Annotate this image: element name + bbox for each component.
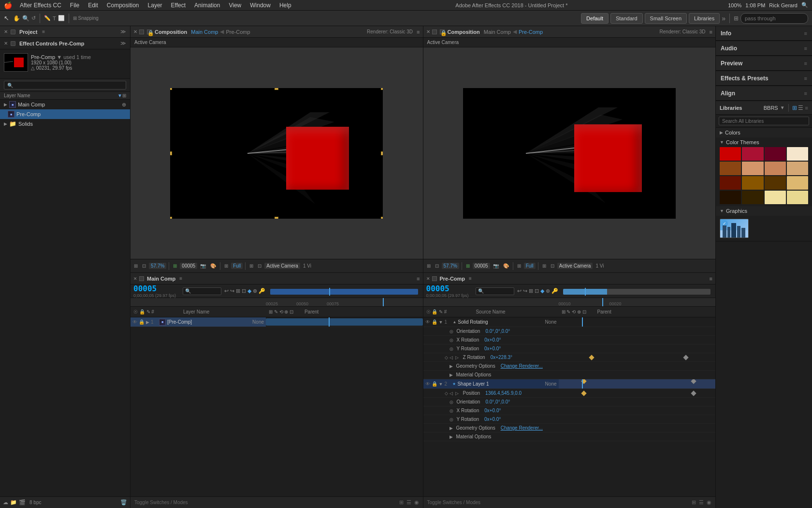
menu-item-help[interactable]: Help bbox=[276, 1, 295, 10]
workspace-standard[interactable]: Standard bbox=[610, 13, 643, 24]
rp-graphics-thumb[interactable]: ✓ bbox=[720, 219, 749, 238]
viewer-main-menu[interactable]: ≡ bbox=[417, 29, 420, 35]
tl-pre-icon-3[interactable]: ⊞ bbox=[529, 288, 533, 294]
swatch-2-4[interactable] bbox=[787, 162, 808, 175]
select-tool[interactable]: ↖ bbox=[4, 15, 9, 22]
swatch-2-1[interactable] bbox=[720, 162, 741, 175]
pre-l2-eye[interactable]: 👁 bbox=[425, 381, 430, 387]
menu-item-ae[interactable]: After Effects CC bbox=[16, 1, 65, 10]
handle-tr-main[interactable] bbox=[381, 88, 383, 90]
swatch-4-1[interactable] bbox=[720, 191, 741, 204]
handle-tm-main[interactable] bbox=[275, 88, 278, 90]
l2-keyframe-2[interactable] bbox=[691, 379, 696, 384]
tl-pre-icon-5[interactable]: ◆ bbox=[540, 288, 544, 294]
project-item-precomp[interactable]: ■ Pre-Comp bbox=[0, 109, 130, 119]
sort-arrow[interactable]: ▼ bbox=[117, 93, 122, 98]
new-folder-icon[interactable]: 📁 bbox=[10, 499, 17, 506]
rp-lib-arrow[interactable]: ▼ bbox=[780, 105, 785, 110]
grid-view-icon[interactable]: ⊞ bbox=[734, 15, 739, 22]
pre-l2-orient-icon[interactable]: ◎ bbox=[425, 400, 453, 404]
rp-audio-menu[interactable]: ≡ bbox=[804, 45, 807, 51]
expand-arrow-maincomp[interactable]: ▶ bbox=[4, 102, 7, 107]
vc-pre-camera-sel[interactable]: Active Camera bbox=[557, 263, 593, 269]
tl-main-icon-3[interactable]: ⊞ bbox=[236, 288, 240, 294]
tl-pre-playhead[interactable] bbox=[602, 298, 603, 306]
vc-pre-res-icon[interactable]: ⊡ bbox=[549, 263, 556, 269]
tl-main-icon-7[interactable]: 🔑 bbox=[259, 288, 265, 294]
handle-ml-main[interactable] bbox=[170, 151, 172, 155]
pre-l2-change-renderer[interactable]: Change Renderer... bbox=[501, 425, 543, 431]
tl-pre-bottom-icon-2[interactable]: ☰ bbox=[699, 499, 704, 506]
layer-1-eye[interactable]: 👁 bbox=[132, 319, 137, 325]
rp-graphics-header[interactable]: ▼ Graphics bbox=[716, 206, 812, 216]
pre-l2-mat-arrow[interactable]: ▶ bbox=[425, 434, 453, 439]
rp-preview-menu[interactable]: ≡ bbox=[804, 60, 807, 66]
tl-main-bottom-icon-1[interactable]: ⊞ bbox=[399, 499, 404, 506]
pre-l1-zrot-arrow-l[interactable]: ◁ bbox=[450, 355, 453, 360]
swatch-2-2[interactable] bbox=[742, 162, 763, 175]
tl-main-bottom-icon-3[interactable]: ◉ bbox=[414, 499, 419, 506]
viewer-pre-menu[interactable]: ≡ bbox=[710, 29, 712, 35]
project-close[interactable]: ✕ bbox=[4, 29, 8, 34]
pre-l2-yrot-icon[interactable]: ◎ bbox=[425, 417, 453, 422]
vc-main-camera-sel[interactable]: Active Camera bbox=[264, 263, 300, 269]
rp-lib-search-input[interactable] bbox=[719, 117, 809, 125]
vc-pre-views[interactable]: 1 Vi bbox=[594, 263, 605, 269]
shape-tool[interactable]: ⬜ bbox=[58, 15, 65, 21]
tl-main-playhead[interactable] bbox=[383, 298, 384, 306]
rp-lib-grid-icon[interactable]: ⊞ bbox=[792, 105, 797, 111]
swatch-1-2[interactable] bbox=[742, 147, 763, 161]
pre-l2-pos-arrow-r[interactable]: ▷ bbox=[455, 391, 459, 396]
tl-main-icon-5[interactable]: ◆ bbox=[247, 288, 251, 294]
pre-l2-lock[interactable]: 🔒 bbox=[432, 381, 437, 387]
tl-pre-icon-6[interactable]: ⊕ bbox=[546, 288, 550, 294]
vc-main-views[interactable]: 1 Vi bbox=[302, 263, 313, 269]
vc-main-frame-btn[interactable]: ⊞ bbox=[172, 263, 178, 269]
tl-pre-search[interactable] bbox=[476, 287, 514, 295]
pre-l1-mat-arrow[interactable]: ▶ bbox=[425, 373, 453, 377]
search-input[interactable] bbox=[740, 13, 808, 24]
project-panel-menu[interactable]: ≫ bbox=[120, 29, 126, 35]
expand-arrow-solids[interactable]: ▶ bbox=[4, 121, 7, 126]
pre-l1-lock[interactable]: 🔒 bbox=[432, 319, 437, 325]
viewer-main-lock[interactable]: ✕ bbox=[133, 29, 137, 34]
workspace-default[interactable]: Default bbox=[581, 13, 609, 24]
ec-close[interactable]: ✕ bbox=[4, 41, 8, 46]
viewer-main-canvas[interactable] bbox=[130, 47, 423, 259]
pre-l1-xrot-icon[interactable]: ◎ bbox=[425, 338, 453, 343]
swatch-1-4[interactable] bbox=[787, 147, 808, 161]
pos-keyframe-2[interactable] bbox=[691, 390, 696, 396]
vc-pre-left-icons[interactable]: ⊞ bbox=[425, 263, 432, 269]
tl-main-menu[interactable]: ≡ bbox=[417, 276, 420, 282]
delete-icon[interactable]: 🗑️ bbox=[120, 499, 127, 506]
vc-pre-color-icon[interactable]: 🎨 bbox=[502, 263, 510, 269]
viewer-main-tab-maincomp[interactable]: Main Comp bbox=[191, 29, 218, 35]
project-search-input[interactable] bbox=[4, 81, 126, 90]
vc-pre-camera-icon[interactable]: 📷 bbox=[492, 263, 500, 269]
vc-pre-quality-val[interactable]: Full bbox=[524, 263, 536, 269]
zrot-keyframe-2[interactable] bbox=[683, 355, 688, 360]
tl-pre-icon-4[interactable]: ⊡ bbox=[535, 288, 539, 294]
viewer-main-tab-precomp[interactable]: Pre-Comp bbox=[226, 29, 250, 35]
tl-pre-timecode[interactable]: 00005 bbox=[426, 284, 469, 293]
viewer-pre-tab-precomp[interactable]: Pre-Comp bbox=[519, 29, 543, 35]
project-item-solids[interactable]: ▶ 📁 Solids bbox=[0, 119, 130, 129]
pre-l1-orient-icon[interactable]: ◎ bbox=[425, 329, 453, 334]
tl-main-layer-1-left[interactable]: 👁 🔒 ▶ 1 ■ [Pre-Comp] None bbox=[130, 317, 266, 327]
pre-l2-geom-arrow[interactable]: ▶ bbox=[425, 426, 453, 431]
menu-item-file[interactable]: File bbox=[66, 1, 83, 10]
menu-item-view[interactable]: View bbox=[225, 1, 245, 10]
pre-l1-geom-arrow[interactable]: ▶ bbox=[425, 364, 453, 369]
tl-pre-icon-2[interactable]: ↪ bbox=[523, 288, 527, 294]
vc-main-zoom[interactable]: 57.7% bbox=[149, 263, 166, 269]
text-tool[interactable]: T bbox=[53, 15, 56, 21]
swatch-4-3[interactable] bbox=[765, 191, 786, 204]
tl-pre-icon-7[interactable]: 🔑 bbox=[551, 288, 558, 294]
project-list-icons[interactable]: ⊞ bbox=[122, 93, 126, 98]
handle-mr-main[interactable] bbox=[381, 151, 383, 155]
pre-l1-change-renderer-1[interactable]: Change Renderer... bbox=[501, 363, 543, 369]
project-item-maincomp[interactable]: ▶ ■ Main Comp ⊕ bbox=[0, 100, 130, 109]
vc-main-res-icon[interactable]: ⊡ bbox=[256, 263, 263, 269]
rp-effects-header[interactable]: Effects & Presets ≡ bbox=[716, 71, 812, 86]
pre-l2-pos-arrow-l[interactable]: ◁ bbox=[450, 391, 453, 396]
